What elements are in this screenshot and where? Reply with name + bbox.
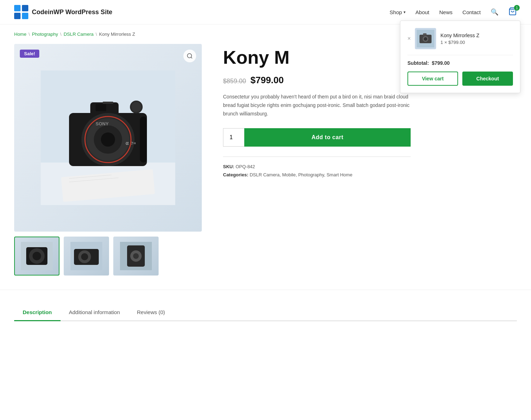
price-area: $859.00 $799.00: [223, 75, 411, 86]
price-sale: $799.00: [251, 75, 284, 85]
cart-subtotal: Subtotal: $799.00: [407, 55, 513, 66]
main-nav: Shop ▾ About News Contact 🔍 1: [390, 7, 517, 17]
sale-badge: Sale!: [20, 50, 39, 58]
product-title: Kony M: [223, 47, 411, 68]
zoom-button[interactable]: [183, 50, 196, 62]
cart-item-info: Kony Mirrorless Z 1 × $799.00: [440, 33, 513, 45]
cart-item-name: Kony Mirrorless Z: [440, 33, 513, 38]
breadcrumb-current: Kony Mirrorless Z: [99, 32, 135, 37]
logo[interactable]: CodeinWP WordPress Site: [14, 5, 112, 19]
svg-rect-1: [22, 5, 28, 11]
svg-point-44: [133, 253, 139, 259]
categories-value: DSLR Camera, Mobile, Photography, Smart …: [250, 172, 352, 177]
product-info: Kony M $859.00 $799.00 Consectetur you p…: [223, 44, 411, 276]
quantity-input[interactable]: [223, 128, 244, 147]
add-to-cart-button[interactable]: Add to cart: [244, 128, 411, 147]
breadcrumb-sep-1: \: [29, 32, 30, 37]
thumbnail-1[interactable]: [14, 237, 59, 276]
thumbnail-2[interactable]: [64, 237, 109, 276]
sku-row: SKU: OPQ-842: [223, 164, 411, 169]
thumbnail-3[interactable]: [113, 237, 159, 276]
cart-item-price: 1 × $799.00: [440, 40, 513, 45]
product-main-image: Sale!: [14, 44, 202, 232]
nav-item-shop[interactable]: Shop ▾: [390, 9, 406, 15]
thumb-3-svg: [120, 242, 152, 270]
svg-point-8: [424, 37, 427, 41]
tabs-section: Description Additional information Revie…: [0, 290, 531, 321]
svg-text:SONY: SONY: [96, 121, 109, 126]
breadcrumb-sep-3: \: [96, 32, 97, 37]
tab-description[interactable]: Description: [14, 304, 61, 321]
cart-subtotal-label: Subtotal:: [407, 60, 429, 66]
product-thumbnails: [14, 237, 202, 276]
svg-point-19: [101, 132, 115, 147]
svg-point-10: [187, 53, 192, 58]
view-cart-button[interactable]: View cart: [407, 72, 458, 86]
site-header: CodeinWP WordPress Site Shop ▾ About New…: [0, 0, 531, 24]
thumb-2-svg: [70, 242, 102, 270]
logo-text: CodeinWP WordPress Site: [32, 8, 112, 16]
search-icon[interactable]: 🔍: [491, 8, 498, 16]
cart-subtotal-value: $799.00: [432, 60, 450, 66]
svg-rect-0: [14, 5, 21, 11]
chevron-down-icon: ▾: [404, 10, 406, 15]
nav-item-contact[interactable]: Contact: [462, 9, 481, 15]
product-divider: [223, 157, 411, 157]
product-description: Consectetur you probably haven't heard o…: [223, 93, 411, 118]
nav-item-news[interactable]: News: [439, 9, 453, 15]
checkout-button[interactable]: Checkout: [462, 72, 513, 86]
svg-rect-25: [103, 102, 113, 104]
cart-icon[interactable]: 1: [508, 7, 517, 17]
tabs-nav: Description Additional information Revie…: [14, 304, 517, 321]
svg-rect-3: [22, 13, 28, 19]
nav-item-about[interactable]: About: [416, 9, 429, 15]
cart-actions: View cart Checkout: [407, 72, 513, 86]
breadcrumb-photography[interactable]: Photography: [32, 32, 58, 37]
main-camera-svg: SONY α 7 III: [41, 70, 175, 205]
sku-label: SKU:: [223, 164, 234, 169]
cart-dropdown: × Kony Mirrorless Z 1 × $799.00 Subtotal…: [400, 21, 520, 93]
svg-point-27: [131, 102, 141, 112]
svg-rect-9: [423, 33, 427, 35]
svg-text:7: 7: [131, 141, 133, 146]
sku-value: OPQ-842: [235, 164, 255, 169]
cart-item-image: [415, 28, 436, 49]
product-gallery: Sale!: [14, 44, 202, 276]
svg-point-40: [81, 253, 88, 260]
price-original: $859.00: [223, 78, 246, 85]
cart-remove-button[interactable]: ×: [407, 36, 411, 41]
cart-item-row: × Kony Mirrorless Z 1 × $799.00: [407, 28, 513, 49]
categories-row: Categories: DSLR Camera, Mobile, Photogr…: [223, 172, 411, 177]
tab-additional-info[interactable]: Additional information: [61, 304, 129, 321]
svg-text:α: α: [126, 140, 129, 146]
svg-rect-2: [14, 13, 21, 19]
svg-rect-29: [140, 117, 147, 163]
svg-point-36: [33, 252, 41, 260]
svg-rect-28: [96, 104, 106, 111]
tab-reviews[interactable]: Reviews (0): [129, 304, 173, 321]
thumb-1-svg: [21, 242, 53, 270]
svg-text:III: III: [133, 142, 136, 145]
product-container: Sale!: [0, 44, 425, 290]
breadcrumb-dslr[interactable]: DSLR Camera: [64, 32, 94, 37]
categories-label: Categories:: [223, 172, 249, 177]
breadcrumb-sep-2: \: [60, 32, 62, 37]
cart-badge: 1: [514, 5, 520, 11]
logo-icon: [14, 5, 28, 19]
add-to-cart-row: Add to cart: [223, 128, 411, 147]
breadcrumb-home[interactable]: Home: [14, 32, 27, 37]
svg-line-11: [191, 57, 192, 58]
